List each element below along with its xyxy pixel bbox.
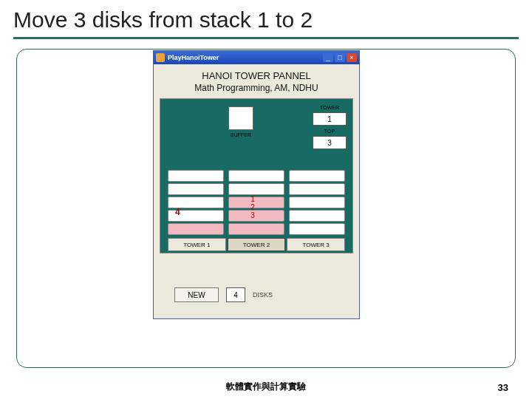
tower-slot [289,210,345,222]
slide-footer: 軟體實作與計算實驗 [0,381,532,393]
tower-slot [289,197,345,208]
disks-field[interactable]: 4 [226,287,245,302]
tower-slot [168,170,224,182]
page-number: 33 [498,382,508,393]
top-label: TOP [313,129,347,134]
tower-slot [289,170,345,182]
titlebar: PlayHanoiTower _ □ × [154,51,359,64]
tower-3 [289,158,345,235]
window-controls: _ □ × [323,53,357,62]
top-field[interactable]: 3 [313,136,347,149]
minimize-icon[interactable]: _ [323,53,333,62]
disk-number: 3 [248,211,258,219]
hanoi-panel: BUFFER TOWER 1 TOP 3 [160,98,353,253]
content-frame: PlayHanoiTower _ □ × HANOI TOWER PANNEL … [16,49,516,368]
radio-tower-1[interactable]: TOWER 1 [168,238,226,251]
bottom-controls: NEW 4 DISKS [174,287,273,302]
close-icon[interactable]: × [347,53,357,62]
maximize-icon[interactable]: □ [335,53,345,62]
tower-slot [228,183,284,195]
buffer-box [228,106,253,130]
tower-slot [289,183,345,195]
tower-slot [228,170,284,182]
tower-field[interactable]: 1 [313,112,347,126]
disks-label: DISKS [253,291,273,299]
radio-tower-3[interactable]: TOWER 3 [287,238,345,251]
disk[interactable] [168,223,224,235]
buffer-label: BUFFER [228,132,253,137]
radio-tower-2[interactable]: TOWER 2 [228,238,286,251]
tower1-disk-count: 4 [175,207,180,217]
disk[interactable] [228,223,284,235]
tower2-disk-numbers: 1 2 3 [248,195,258,219]
tower-selector: TOWER 1 TOWER 2 TOWER 3 [168,238,345,251]
tower-slot [168,183,224,195]
app-icon [156,53,165,62]
disk-number: 1 [248,195,258,203]
panel-heading: HANOI TOWER PANNEL [160,70,353,81]
app-window: PlayHanoiTower _ □ × HANOI TOWER PANNEL … [153,50,360,319]
window-client-area: HANOI TOWER PANNEL Math Programming, AM,… [154,64,359,318]
tower-slot [289,223,345,235]
slide-title: Move 3 disks from stack 1 to 2 [0,0,532,37]
tower-1 [168,158,224,235]
tower-label: TOWER [313,105,347,110]
window-title: PlayHanoiTower [168,54,323,61]
disk-number: 2 [248,203,258,211]
title-underline [13,37,519,39]
new-button[interactable]: NEW [174,287,219,302]
panel-subheading: Math Programming, AM, NDHU [160,83,353,93]
